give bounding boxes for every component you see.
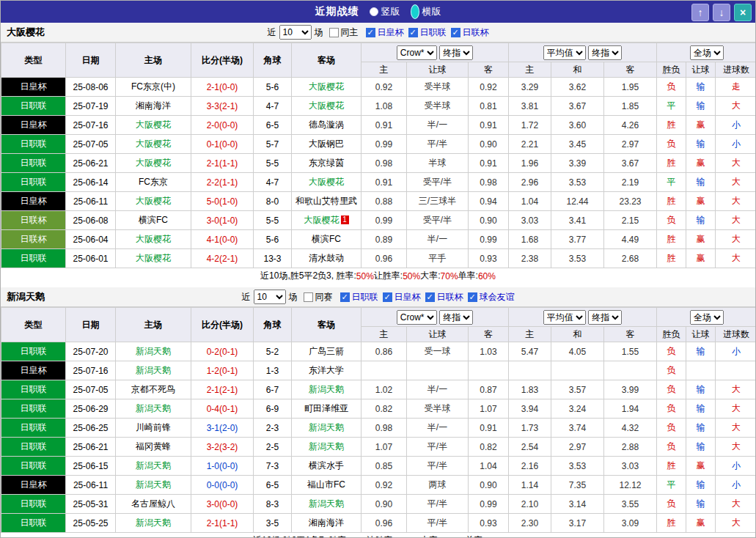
games-label: 场 <box>315 26 323 39</box>
scope-header: 全场 <box>657 308 756 327</box>
odds-cell: 4.49 <box>604 230 657 249</box>
average-odds-select[interactable]: 平均值 <box>543 45 586 60</box>
corners-cell: 13-3 <box>254 249 292 268</box>
corners-cell: 3-5 <box>254 514 292 533</box>
match-row: 日职联25-06-25川崎前锋3-1(2-0)2-3新潟天鹅0.98半/一0.9… <box>1 419 756 438</box>
league-label: 日联杯 <box>437 291 463 303</box>
odds-cell: 1.68 <box>509 230 551 249</box>
score-cell: 3-3(2-1) <box>191 97 254 116</box>
same-host-checkbox[interactable] <box>329 28 339 37</box>
result-cell: 输 <box>686 342 716 361</box>
league-checkbox[interactable]: ✓ <box>408 28 418 37</box>
odds-cell: 3.55 <box>604 495 657 514</box>
subcol-result: 胜负 <box>657 62 686 78</box>
subcol-avg-away: 客 <box>604 327 657 342</box>
summary-part: 让胜率: <box>367 534 395 538</box>
odds-cell: 2.54 <box>509 438 551 457</box>
odds-cell: 12.12 <box>604 476 657 495</box>
match-count-select[interactable]: 10 <box>254 290 286 304</box>
odds-cell: 23.23 <box>604 192 657 211</box>
same-host-filter[interactable]: 同主 <box>329 26 359 39</box>
close-button[interactable]: × <box>734 4 752 21</box>
match-scope-select[interactable]: 全场 <box>690 45 724 60</box>
league-checkbox[interactable]: ✓ <box>383 292 392 302</box>
score-cell: 5-0(1-0) <box>191 192 254 211</box>
match-row: 日皇杯25-07-16大阪樱花2-0(0-0)6-5德岛漩涡0.91半/一0.9… <box>1 116 756 135</box>
col-header-score: 比分(半场) <box>191 308 254 342</box>
vertical-layout-radio[interactable]: 竖版 <box>370 5 400 18</box>
odds-cell: 0.91 <box>469 116 509 135</box>
summary-part: 50% <box>356 271 374 281</box>
provider-time-select[interactable]: 终指 <box>439 45 473 60</box>
result-cell: 负 <box>657 399 686 419</box>
odds-provider-select[interactable]: Crow* <box>397 45 437 60</box>
date-cell: 25-07-05 <box>66 135 116 154</box>
date-cell: 25-08-06 <box>66 78 116 97</box>
league-filter[interactable]: ✓日职联 <box>408 26 447 39</box>
home-team-cell: 川崎前锋 <box>116 419 191 438</box>
odds-cell: 1.95 <box>604 78 657 97</box>
col-header-home: 主场 <box>116 43 191 78</box>
league-filter[interactable]: ✓日职联 <box>340 291 378 303</box>
result-cell: 小 <box>716 116 756 135</box>
away-team-cell: 湘南海洋 <box>292 514 362 533</box>
league-filter[interactable]: ✓日皇杯 <box>366 26 404 39</box>
provider-time-select[interactable]: 终指 <box>439 310 473 325</box>
summary-line: 近10场,胜5平2负3, 胜率:50% 让胜率:50% 大率:70% 单率:60… <box>1 268 755 284</box>
scroll-up-button[interactable]: ↑ <box>691 4 709 21</box>
result-cell: 大 <box>716 249 756 268</box>
league-checkbox[interactable]: ✓ <box>340 292 350 302</box>
titlebar-center: 近期战绩 竖版 横版 <box>315 4 441 19</box>
same-competition-filter[interactable]: 同赛 <box>304 291 333 303</box>
league-label: 日联杯 <box>463 26 489 39</box>
result-cell: 胜 <box>657 192 686 211</box>
score-cell: 3-0(1-0) <box>191 211 254 230</box>
odds-cell: 3.67 <box>604 154 657 173</box>
summary-part: 60% <box>478 271 496 281</box>
league-filter[interactable]: ✓日皇杯 <box>383 291 421 303</box>
average-odds-select[interactable]: 平均值 <box>543 310 586 325</box>
odds-cell: 1.04 <box>469 457 509 476</box>
odds-cell: 0.87 <box>469 380 509 399</box>
odds-cell: 半/一 <box>407 116 469 135</box>
average-time-select[interactable]: 终指 <box>588 45 622 60</box>
odds-cell: 2.96 <box>509 173 551 192</box>
home-team-cell: 大阪樱花 <box>116 116 191 135</box>
league-checkbox[interactable]: ✓ <box>468 292 477 302</box>
home-team-cell: 福冈黄蜂 <box>116 438 191 457</box>
results-table: 类型 日期 主场 比分(半场) 角球 客场 Crow* 终指 平均值 终指 <box>1 307 756 533</box>
league-filter[interactable]: ✓球会友谊 <box>468 291 515 303</box>
average-time-select[interactable]: 终指 <box>588 310 622 325</box>
match-count-select[interactable]: 10 <box>279 25 312 40</box>
league-cell: 日职联 <box>1 438 66 457</box>
odds-cell: 3.60 <box>551 116 604 135</box>
subcol-handicap: 让球 <box>407 327 469 342</box>
match-scope-select[interactable]: 全场 <box>690 310 724 325</box>
league-checkbox[interactable]: ✓ <box>451 28 460 37</box>
home-team-cell: 新潟天鹅 <box>116 514 191 533</box>
result-cell: 胜 <box>657 230 686 249</box>
result-cell: 负 <box>657 342 686 361</box>
same-competition-checkbox[interactable] <box>304 292 313 302</box>
league-checkbox[interactable]: ✓ <box>425 292 435 302</box>
result-cell: 走 <box>716 78 756 97</box>
odds-provider-select[interactable]: Crow* <box>397 310 437 325</box>
date-cell: 25-06-14 <box>66 173 116 192</box>
result-cell: 输 <box>686 438 716 457</box>
subcol-home-odds: 主 <box>362 327 407 342</box>
odds-cell: 1.96 <box>509 154 551 173</box>
score-cell: 2-1(1-1) <box>191 514 254 533</box>
odds-cell: 3.29 <box>509 78 551 97</box>
league-filter[interactable]: ✓日联杯 <box>425 291 463 303</box>
scroll-down-button[interactable]: ↓ <box>713 4 730 21</box>
match-row: 日职联25-07-19湘南海洋3-3(2-1)4-7大阪樱花1.08受半球0.8… <box>1 97 756 116</box>
col-header-type: 类型 <box>1 308 66 342</box>
horizontal-layout-radio[interactable]: 横版 <box>411 4 441 19</box>
league-checkbox[interactable]: ✓ <box>366 28 375 37</box>
league-filter[interactable]: ✓日联杯 <box>451 26 489 39</box>
col-header-home: 主场 <box>116 308 191 342</box>
date-cell: 25-06-11 <box>66 192 116 211</box>
provider-odds-header: Crow* 终指 <box>362 308 509 327</box>
odds-cell: 0.90 <box>469 211 509 230</box>
summary-part: 大率: <box>420 534 440 538</box>
